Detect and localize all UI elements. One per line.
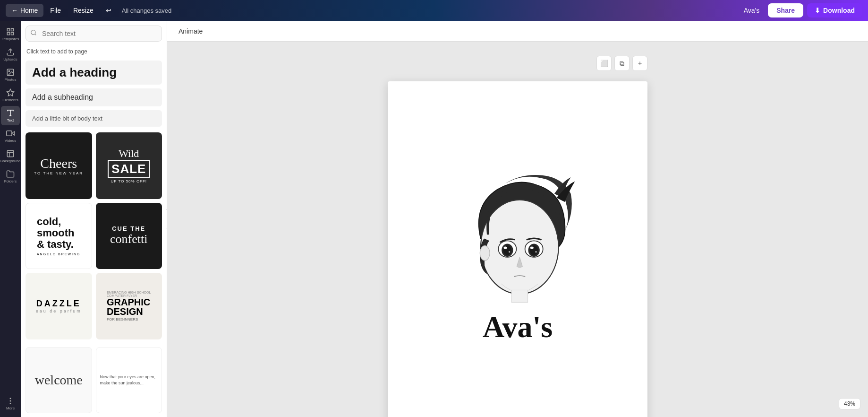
resize-button[interactable]: Resize	[68, 4, 99, 17]
search-input[interactable]	[26, 26, 162, 42]
home-button[interactable]: ← Home	[6, 4, 43, 17]
canvas-topbar: Animate	[167, 21, 868, 42]
sidebar-item-videos[interactable]: Videos	[1, 126, 20, 146]
sidebar-item-more[interactable]: More	[1, 394, 20, 413]
notes-button[interactable]: ⬜	[596, 56, 612, 71]
text-templates-grid: Cheers TO THE NEW YEAR Wild SALE UP TO 5…	[21, 129, 167, 343]
template-cold-smooth[interactable]: cold,smooth& tasty. ANGELO BREWING	[26, 203, 92, 269]
save-status: All changes saved	[122, 7, 172, 14]
svg-marker-7	[7, 89, 14, 96]
search-box	[26, 26, 162, 42]
canvas-title: Ava's	[483, 310, 553, 345]
notes-icon: ⬜	[600, 60, 608, 67]
svg-point-24	[509, 251, 510, 252]
svg-rect-30	[511, 290, 528, 302]
svg-point-28	[530, 246, 534, 249]
canvas-float-toolbar: ⬜ ⧉ ＋	[596, 56, 647, 71]
template-cue-confetti[interactable]: CUE THE confetti	[96, 203, 162, 269]
manga-face-illustration	[456, 173, 579, 305]
template-cheers[interactable]: Cheers TO THE NEW YEAR	[26, 132, 92, 199]
animate-button[interactable]: Animate	[175, 26, 206, 37]
canvas-content: Ava's	[388, 154, 647, 364]
ava-button[interactable]: Ava's	[739, 4, 765, 17]
sidebar-item-background[interactable]: Background	[1, 147, 20, 166]
add-icon: ＋	[637, 59, 643, 68]
svg-point-15	[10, 403, 11, 404]
folders-label: Folders	[4, 179, 17, 183]
add-body-button[interactable]: Add a little bit of body text	[26, 110, 162, 127]
svg-point-6	[9, 70, 9, 71]
templates-label: Templates	[2, 37, 19, 41]
svg-rect-2	[7, 33, 9, 35]
svg-marker-10	[12, 131, 14, 135]
uploads-label: Uploads	[3, 57, 17, 61]
svg-point-29	[535, 251, 536, 252]
zoom-indicator: 43%	[839, 398, 860, 409]
sidebar-item-text[interactable]: Text	[1, 106, 20, 125]
add-subheading-button[interactable]: Add a subheading	[26, 88, 162, 106]
sidebar-item-uploads[interactable]: Uploads	[1, 45, 20, 64]
svg-point-18	[481, 200, 559, 294]
sidebar-item-elements[interactable]: Elements	[1, 86, 20, 105]
nav-left: ← Home File Resize ↩ All changes saved	[6, 4, 171, 17]
template-graphic-design[interactable]: EMBRACING HIGH SCHOOLCOMPUTER FLYER GRAP…	[96, 273, 162, 339]
background-label: Background	[0, 159, 21, 163]
add-heading-button[interactable]: Add a heading	[26, 61, 162, 85]
canvas-scroll[interactable]: ⬜ ⧉ ＋	[167, 42, 868, 417]
canvas-area: Animate ⬜ ⧉ ＋	[167, 21, 868, 417]
top-navigation: ← Home File Resize ↩ All changes saved A…	[0, 0, 868, 21]
share-button[interactable]: Share	[768, 3, 803, 17]
svg-line-17	[35, 34, 36, 35]
svg-point-23	[504, 246, 507, 249]
svg-point-19	[480, 246, 490, 261]
icon-sidebar: Templates Uploads Photos Elements Text V…	[0, 21, 21, 417]
photos-label: Photos	[5, 78, 17, 82]
template-wild-sale[interactable]: Wild SALE UP TO 50% OFF!	[96, 132, 162, 199]
svg-point-16	[31, 30, 35, 35]
duplicate-icon: ⧉	[620, 60, 624, 68]
svg-rect-12	[7, 150, 14, 157]
add-page-float-button[interactable]: ＋	[632, 56, 647, 71]
svg-rect-3	[11, 33, 14, 35]
more-label: More	[6, 406, 15, 410]
text-label: Text	[7, 118, 14, 122]
videos-label: Videos	[5, 139, 16, 143]
file-button[interactable]: File	[44, 4, 67, 17]
svg-rect-11	[7, 131, 12, 136]
undo-button[interactable]: ↩	[100, 4, 117, 17]
text-templates-grid-2: welcome Now that your eyes are open, mak…	[21, 343, 167, 417]
text-panel: Click text to add to page Add a heading …	[21, 21, 167, 417]
elements-label: Elements	[2, 98, 18, 102]
search-icon	[30, 29, 37, 38]
template-welcome[interactable]: welcome	[26, 347, 92, 414]
duplicate-button[interactable]: ⧉	[614, 56, 630, 71]
canvas-page[interactable]: Ava's	[388, 81, 647, 417]
sidebar-item-templates[interactable]: Templates	[1, 25, 20, 44]
sidebar-item-folders[interactable]: Folders	[1, 167, 20, 186]
sidebar-item-photos[interactable]: Photos	[1, 65, 20, 85]
svg-rect-0	[7, 28, 9, 31]
svg-point-14	[10, 400, 11, 401]
download-button[interactable]: ⬇ Download	[807, 3, 862, 17]
undo-icon: ↩	[106, 7, 111, 14]
download-icon: ⬇	[815, 7, 820, 14]
app-body: Templates Uploads Photos Elements Text V…	[0, 21, 868, 417]
home-icon: ←	[11, 7, 18, 14]
template-eyes[interactable]: Now that your eyes are open, make the su…	[96, 347, 162, 414]
click-hint: Click text to add to page	[21, 46, 167, 59]
nav-right: Ava's Share ⬇ Download	[739, 3, 862, 17]
svg-rect-1	[11, 28, 14, 31]
svg-point-13	[10, 398, 11, 399]
template-dazzle[interactable]: DAZZLE eau de parfum	[26, 273, 92, 339]
